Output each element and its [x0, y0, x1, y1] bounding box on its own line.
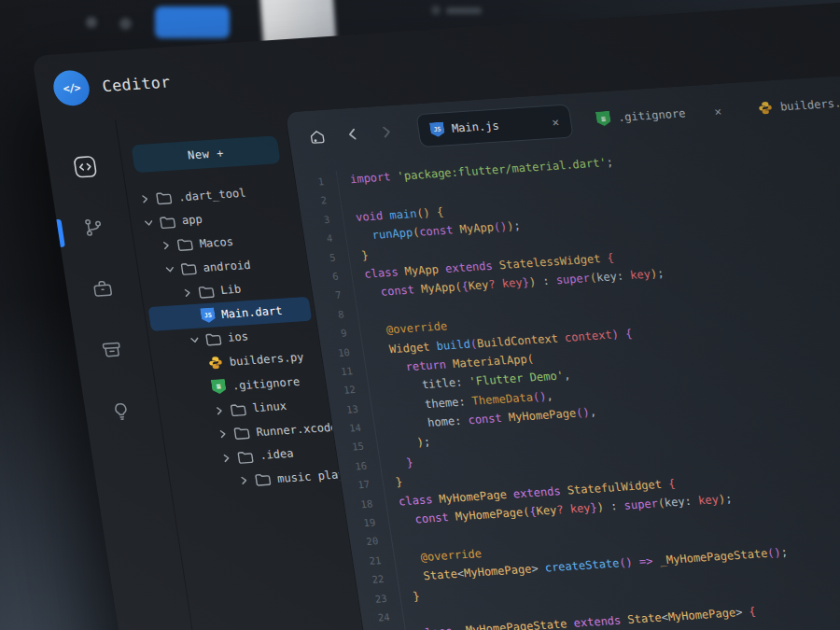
- code-text: }: [378, 453, 414, 474]
- line-number: 14: [331, 418, 362, 439]
- back-button[interactable]: [344, 127, 361, 143]
- folder-icon: [180, 261, 198, 276]
- tree-item-label: android: [203, 258, 252, 273]
- backdrop-icon-dot: [119, 18, 132, 30]
- chevron-right-icon: [222, 454, 231, 463]
- chevron-right-icon: [140, 195, 149, 204]
- git-file-icon: ≡: [211, 379, 227, 395]
- folder-icon: [159, 215, 176, 230]
- line-number: 19: [346, 512, 377, 533]
- line-number: 7: [312, 286, 343, 306]
- code-text: [356, 302, 371, 322]
- line-number: 23: [357, 588, 388, 609]
- tree-item-label: app: [181, 213, 203, 227]
- lightbulb-icon[interactable]: [109, 400, 135, 424]
- line-number: 12: [326, 380, 357, 400]
- chevron-left-icon: [345, 127, 360, 141]
- chevron-right-icon: [379, 125, 394, 139]
- new-file-button[interactable]: New +: [131, 135, 280, 173]
- code-text: }: [347, 245, 370, 266]
- line-number: 6: [309, 267, 340, 287]
- code-text: }: [382, 472, 404, 493]
- git-file-icon: ≡: [595, 111, 611, 127]
- tree-item-label: builders.py: [229, 350, 305, 368]
- line-number: 22: [355, 569, 385, 590]
- line-number: 25: [363, 626, 394, 630]
- editor-area: JSMain.js×≡.gitignore×builders.py× 1impo…: [285, 66, 840, 630]
- line-number: 10: [320, 343, 351, 363]
- archive-icon[interactable]: [100, 339, 126, 362]
- screenshot-stage: </> Ceditor: [0, 0, 840, 630]
- chevron-right-icon: [240, 476, 249, 485]
- line-number: 21: [352, 551, 383, 571]
- folder-icon: [197, 284, 215, 299]
- tab-label: .gitignore: [617, 105, 707, 124]
- line-number: 16: [337, 455, 368, 476]
- line-number: 17: [341, 475, 371, 496]
- backdrop-blue-button: [155, 7, 230, 38]
- backdrop-avatar-dot: [431, 6, 441, 15]
- line-number: 9: [317, 323, 348, 343]
- close-icon[interactable]: ×: [713, 105, 722, 117]
- folder-icon: [176, 237, 194, 252]
- tree-item-label: Macos: [199, 235, 234, 250]
- code-text: );: [375, 432, 431, 455]
- line-number: 15: [334, 437, 365, 457]
- js-file-icon: JS: [429, 121, 445, 137]
- folder-icon: [236, 449, 254, 464]
- git-branch-icon[interactable]: [81, 217, 107, 240]
- chevron-right-icon: [161, 242, 171, 251]
- code-text: [401, 606, 417, 625]
- chevron-right-icon: [218, 429, 228, 439]
- folder-icon: [204, 331, 222, 346]
- python-file-icon: [207, 355, 224, 371]
- tree-item-label: Lib: [219, 283, 242, 297]
- code-editor[interactable]: 1import 'package:flutter/material.dart';…: [293, 120, 840, 630]
- tab-.gitignore[interactable]: ≡.gitignore×: [583, 94, 735, 135]
- tab-label: Main.js: [451, 116, 545, 134]
- line-number: 8: [315, 304, 345, 325]
- close-icon[interactable]: ×: [551, 116, 560, 128]
- line-number: 4: [303, 229, 334, 249]
- line-number: 13: [329, 399, 359, 420]
- folder-icon: [230, 401, 247, 416]
- code-panel-icon[interactable]: [73, 155, 99, 178]
- chevron-right-icon: [189, 336, 199, 345]
- tab-builders.py[interactable]: builders.py×: [745, 84, 840, 125]
- tab-Main.js[interactable]: JSMain.js×: [415, 104, 573, 147]
- code-text: [390, 530, 406, 550]
- line-number: 24: [360, 608, 391, 628]
- tree-item-label: .idea: [259, 447, 294, 462]
- tree-item-label: .gitignore: [231, 374, 301, 392]
- app-logo-icon: </>: [51, 69, 92, 106]
- js-file-icon: JS: [200, 307, 216, 323]
- chevron-right-icon: [144, 218, 153, 228]
- backdrop-text-bar: [446, 7, 482, 14]
- forward-button[interactable]: [378, 125, 395, 141]
- folder-icon: [155, 190, 173, 205]
- tree-item-label: ios: [227, 330, 249, 344]
- home-icon: [306, 126, 329, 149]
- line-number: 20: [349, 532, 380, 553]
- line-number: 18: [343, 494, 374, 514]
- folder-icon: [232, 426, 250, 441]
- python-file-icon: [757, 100, 774, 116]
- tree-item-label: linux: [252, 399, 287, 414]
- app-title: Ceditor: [101, 73, 172, 95]
- line-number: 2: [298, 190, 329, 211]
- briefcase-icon[interactable]: [91, 277, 117, 301]
- code-text: [339, 189, 355, 209]
- line-number: 3: [301, 210, 331, 231]
- editor-window: </> Ceditor: [32, 0, 840, 630]
- chevron-right-icon: [215, 406, 224, 415]
- tree-item-label: .dart_tool: [177, 186, 246, 203]
- line-number: 11: [323, 361, 354, 382]
- tree-item-label: Main.dart: [220, 304, 283, 321]
- folder-icon: [254, 472, 272, 487]
- backdrop-icon-dot: [86, 17, 97, 28]
- home-button[interactable]: [301, 121, 335, 153]
- tree-item-label: Runner.xcode: [255, 420, 338, 439]
- chevron-right-icon: [183, 288, 192, 298]
- tab-label: builders.py: [779, 94, 840, 113]
- line-number: 5: [306, 247, 337, 268]
